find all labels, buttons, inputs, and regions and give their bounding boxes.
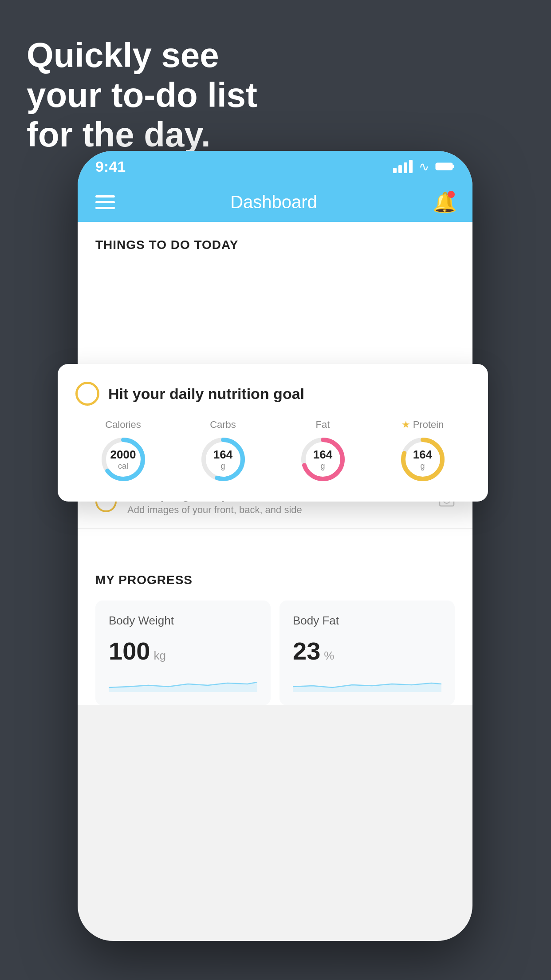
protein-label: Protein: [413, 419, 444, 431]
progress-section-title: MY PROGRESS: [95, 573, 455, 587]
fat-unit: g: [313, 462, 332, 471]
body-fat-label: Body Fat: [293, 614, 441, 628]
signal-icon: [393, 160, 413, 173]
nutrition-fat: Fat 164 g: [299, 419, 347, 484]
body-fat-chart: [293, 674, 441, 692]
body-fat-number: 23: [293, 636, 320, 665]
carbs-value: 164: [213, 448, 232, 462]
protein-value: 164: [413, 448, 432, 462]
body-fat-card[interactable]: Body Fat 23 %: [279, 601, 455, 705]
notification-badge: [448, 191, 455, 198]
nutrition-circle-check: [75, 382, 99, 406]
notification-button[interactable]: 🔔: [433, 191, 455, 213]
protein-label-row: ★ Protein: [401, 419, 444, 431]
calories-ring: 2000 cal: [99, 435, 148, 484]
calories-unit: cal: [110, 462, 136, 471]
page-title: Dashboard: [230, 192, 317, 212]
menu-button[interactable]: [95, 195, 115, 209]
nutrition-card-header: Hit your daily nutrition goal: [75, 382, 470, 406]
nutrition-carbs: Carbs 164 g: [199, 419, 248, 484]
wifi-icon: ∿: [419, 159, 429, 174]
svg-rect-2: [453, 165, 454, 168]
status-time: 9:41: [95, 158, 126, 175]
calories-label: Calories: [105, 419, 141, 431]
things-today-header: THINGS TO DO TODAY: [78, 222, 472, 261]
nutrition-card-title: Hit your daily nutrition goal: [108, 385, 304, 403]
status-bar: 9:41 ∿: [78, 151, 472, 182]
body-weight-value-row: 100 kg: [109, 636, 257, 665]
body-weight-card[interactable]: Body Weight 100 kg: [95, 601, 271, 705]
body-weight-unit: kg: [153, 649, 165, 663]
body-fat-unit: %: [324, 649, 334, 663]
svg-rect-1: [436, 163, 449, 170]
body-weight-number: 100: [109, 636, 150, 665]
protein-ring: 164 g: [398, 435, 447, 484]
nutrition-card: Hit your daily nutrition goal Calories 2…: [58, 364, 488, 502]
phone-frame: 9:41 ∿ Dashboard 🔔: [78, 151, 472, 941]
nutrition-protein: ★ Protein 164 g: [398, 419, 447, 484]
fat-value: 164: [313, 448, 332, 462]
header-bar: Dashboard 🔔: [78, 182, 472, 222]
headline-text: Quickly see your to-do list for the day.: [27, 36, 257, 155]
body-weight-label: Body Weight: [109, 614, 257, 628]
body-fat-value-row: 23 %: [293, 636, 441, 665]
nutrition-grid: Calories 2000 cal Carbs: [75, 419, 470, 484]
status-icons: ∿: [393, 159, 455, 174]
fat-label: Fat: [316, 419, 330, 431]
svg-marker-10: [293, 683, 441, 692]
todo-subtitle-photos: Add images of your front, back, and side: [127, 504, 428, 516]
progress-cards: Body Weight 100 kg: [95, 601, 455, 705]
protein-unit: g: [413, 462, 432, 471]
carbs-unit: g: [213, 462, 232, 471]
fat-ring: 164 g: [299, 435, 347, 484]
carbs-label: Carbs: [210, 419, 236, 431]
star-icon: ★: [401, 419, 410, 431]
carbs-ring: 164 g: [199, 435, 248, 484]
progress-section: MY PROGRESS Body Weight 100 kg: [78, 555, 472, 705]
body-weight-chart: [109, 674, 257, 692]
battery-icon: [435, 162, 455, 171]
calories-value: 2000: [110, 448, 136, 462]
svg-marker-9: [109, 682, 257, 692]
nutrition-calories: Calories 2000 cal: [99, 419, 148, 484]
